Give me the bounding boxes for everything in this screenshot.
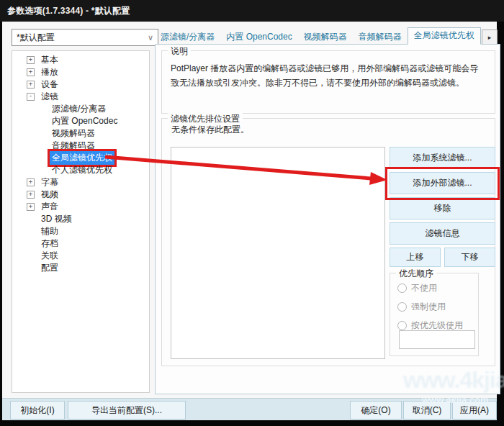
tree-item[interactable]: + 基本 xyxy=(12,54,149,66)
remove-filter-button[interactable]: 移除 xyxy=(390,197,495,219)
priority-order-group-title: 优先顺序 xyxy=(396,268,436,280)
priority-options: 不使用 强制使用 按优先级使用 xyxy=(390,273,478,332)
expand-collapse-icon[interactable]: + xyxy=(27,56,35,64)
tab-item[interactable]: 音频解码器 xyxy=(353,30,408,45)
tree-item[interactable]: + 字幕 xyxy=(12,176,149,189)
tree-item[interactable]: 关联 xyxy=(12,250,149,262)
expand-collapse-icon[interactable]: + xyxy=(27,68,35,76)
tree-item[interactable]: + 声音 xyxy=(12,201,149,213)
expand-collapse-icon[interactable]: + xyxy=(27,203,35,211)
filter-listbox[interactable] xyxy=(171,147,385,359)
tree-item[interactable]: 视频解码器 xyxy=(12,127,149,140)
initialize-button[interactable]: 初始化(I) xyxy=(10,401,65,420)
cancel-button[interactable]: 取消(C) xyxy=(403,401,451,420)
export-config-button[interactable]: 导出当前配置(S)... xyxy=(68,401,186,420)
profile-combobox-value: *默认配置 xyxy=(17,32,55,44)
footer-bar: 初始化(I) 导出当前配置(S)... 确定(O) 取消(C) 应用(A) xyxy=(2,398,497,420)
tree-item[interactable]: + 设备 xyxy=(12,78,149,91)
description-group: 说明 PotPlayer 播放器内置的编解码器或滤镜已够用，用外部编解码器或滤镜… xyxy=(161,50,495,114)
tree-item[interactable]: - 滤镜 xyxy=(12,91,149,103)
ok-button[interactable]: 确定(O) xyxy=(350,401,402,420)
priority-radio-label: 强制使用 xyxy=(411,301,446,313)
tree-item[interactable]: 内置 OpenCodec xyxy=(12,115,149,127)
description-text: PotPlayer 播放器内置的编解码器或滤镜已够用，用外部编解码器或滤镜可能会… xyxy=(162,51,495,90)
window-title: 参数选项(1.7.3344) - *默认配置 xyxy=(7,5,130,17)
tree-item[interactable]: 音频解码器 xyxy=(12,140,149,152)
tree-item-label: 配置 xyxy=(39,261,60,275)
tree-item[interactable]: + 视频 xyxy=(12,189,149,201)
expand-collapse-icon[interactable]: - xyxy=(27,93,35,101)
tab-item[interactable]: 视频解码器 xyxy=(298,30,353,45)
tab-bar: 源滤镜/分离器 内置 OpenCodec 视频解码器 音频解码器 全局滤镜优先权 xyxy=(155,29,481,45)
move-down-button[interactable]: 下移 xyxy=(444,248,495,267)
settings-tree: + 基本 + 播放 + 设备 - 滤镜 xyxy=(12,50,150,393)
description-group-title: 说明 xyxy=(168,45,191,58)
radio-icon xyxy=(397,284,407,293)
tree-item[interactable]: 源滤镜/分离器 xyxy=(12,103,149,115)
chevron-down-icon: ∨ xyxy=(148,34,153,41)
add-system-filter-button[interactable]: 添加系统滤镜... xyxy=(390,147,495,169)
add-external-filter-button[interactable]: 添加外部滤镜... xyxy=(390,172,495,194)
tree-item[interactable]: 配置 xyxy=(12,262,149,274)
expand-collapse-icon[interactable]: + xyxy=(27,191,35,199)
tree-item[interactable]: 存档 xyxy=(12,237,149,250)
priority-radio-label: 不使用 xyxy=(411,282,437,294)
save-config-note: 无条件保存此配置。 xyxy=(171,124,249,136)
priority-radio-option[interactable]: 强制使用 xyxy=(397,301,478,313)
profile-combobox[interactable]: *默认配置 ∨ xyxy=(12,29,158,46)
tree-item[interactable]: 3D 视频 xyxy=(12,213,149,225)
tab-item[interactable]: 全局滤镜优先权 xyxy=(408,27,481,45)
tab-item[interactable]: 源滤镜/分离器 xyxy=(155,30,220,45)
tree-item[interactable]: + 播放 xyxy=(12,66,149,78)
filter-priority-group: 滤镜优先排位设置 无条件保存此配置。 添加系统滤镜... 添加外部滤镜... 移… xyxy=(161,118,495,366)
tab-item[interactable]: 内置 OpenCodec xyxy=(220,30,297,45)
apply-button[interactable]: 应用(A) xyxy=(452,401,497,420)
filter-info-button[interactable]: 滤镜信息 xyxy=(390,222,495,245)
tab-scroll-right-button[interactable]: ▸ xyxy=(482,30,498,45)
radio-icon xyxy=(397,321,407,330)
tree-item[interactable]: 全局滤镜优先权 xyxy=(12,152,149,164)
title-bar: 参数选项(1.7.3344) - *默认配置 xyxy=(0,0,504,22)
priority-value-input[interactable] xyxy=(399,330,475,349)
move-up-button[interactable]: 上移 xyxy=(390,248,441,267)
preferences-window: 参数选项(1.7.3344) - *默认配置 *默认配置 ∨ 源滤镜/分离器 内… xyxy=(0,0,504,426)
priority-order-group: 优先顺序 不使用 强制使用 xyxy=(390,273,479,356)
tree-item[interactable]: 个人滤镜优先权 xyxy=(12,164,149,176)
tree-item[interactable]: 辅助 xyxy=(12,225,149,237)
dialog-body: *默认配置 ∨ 源滤镜/分离器 内置 OpenCodec 视频解码器 音频解码器… xyxy=(2,22,497,420)
radio-icon xyxy=(397,302,407,312)
priority-radio-option[interactable]: 不使用 xyxy=(397,282,478,294)
expand-collapse-icon[interactable]: + xyxy=(27,178,35,186)
expand-collapse-icon[interactable]: + xyxy=(27,81,35,89)
tab-page: 说明 PotPlayer 播放器内置的编解码器或滤镜已够用，用外部编解码器或滤镜… xyxy=(155,44,500,394)
